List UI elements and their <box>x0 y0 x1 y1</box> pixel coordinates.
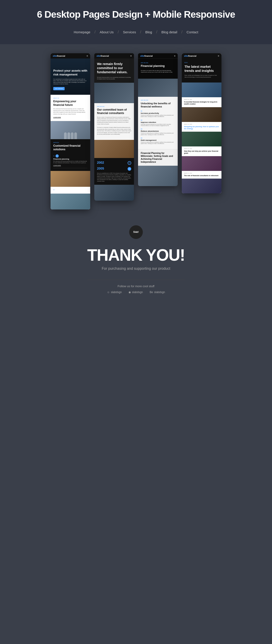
social-prefix-3: Be <box>150 290 153 294</box>
screen4-blog3-date: MARCH 16, 2022 <box>184 148 219 150</box>
screen4-blog3-content: MARCH 16, 2022 How they can help you ach… <box>182 146 222 156</box>
screen4-blog3: MARCH 16, 2022 How they can help you ach… <box>182 132 222 156</box>
screen2-team-section: WHO WE ARE Our committed team of financi… <box>94 103 134 140</box>
screen1-service1-num: 01 − <box>53 154 88 158</box>
screen4-blog1-content: MARCH 20, 2022 5 essential financial str… <box>182 97 222 107</box>
screen4-blog2-date: MARCH 18, 2022 <box>184 124 219 125</box>
screen3-benefits-label: WHO WE ARE <box>141 100 175 101</box>
screen1-menu-icon[interactable]: ≡ <box>86 55 88 57</box>
screen3-hero-text: Our team is on hand to find out about yo… <box>141 70 175 73</box>
nav-blog-detail[interactable]: Blog detail <box>157 29 181 35</box>
social-icon-1: ☺ <box>107 290 110 294</box>
screen1-service1-text: We understand that financial planning ca… <box>53 161 88 164</box>
screen3-menu-icon[interactable]: ≡ <box>174 55 176 57</box>
screen3-benefit3-title: Reduce absenteeism <box>141 130 175 132</box>
screen3-benefit3-text: Finances are distracting your employees,… <box>141 132 175 136</box>
social-link-1[interactable]: ☺ slabdsgn <box>107 290 122 294</box>
social-link-2[interactable]: ◉ slabdsgn <box>128 290 143 294</box>
nav-homepage[interactable]: Homepage <box>70 29 94 35</box>
slab-logo-text: Slab! <box>133 231 139 233</box>
screen1-services-title: Customized financial solutions <box>53 144 88 151</box>
screen-services: elitefinancial ≡ WHO WE ARE Financial pl… <box>138 53 178 186</box>
screen4-blog2: MARCH 18, 2022 Navigating tax planning: … <box>182 107 222 132</box>
screen1-learn-more[interactable]: LEARN MORE <box>53 117 88 118</box>
screen2-footer-image <box>94 185 134 200</box>
thank-you-subtitle: For purchasing and supporting our produc… <box>87 266 185 271</box>
screen4-blog5-image <box>182 178 222 193</box>
screen3-hero-image <box>138 79 178 97</box>
screen4-blog4-image <box>182 156 222 171</box>
screen2-team-image <box>94 140 134 158</box>
screen1-service1-learn[interactable]: LEARN MORE <box>53 165 88 166</box>
screen4-logo: elitefinancial <box>184 55 196 57</box>
screen1-about-section: ABOUT US Empowering your financial futur… <box>50 95 90 121</box>
screen1-topbar: elitefinancial ≡ <box>50 53 90 58</box>
screen2-year2-btn[interactable]: − <box>128 167 131 171</box>
screen1-service1-toggle[interactable]: − <box>56 154 59 158</box>
screen2-team-text1: We are a team of experienced financial c… <box>97 116 131 125</box>
slab-logo: Slab! <box>129 225 143 239</box>
screen4-blog1-image <box>182 82 222 97</box>
screen4-blog4-content: MARCH 14, 2022 The role of financial con… <box>182 171 222 178</box>
nav-contact[interactable]: Contact <box>182 29 202 35</box>
screen4-blog2-image <box>182 107 222 122</box>
screen3-benefit2-num: 02 <box>141 120 175 121</box>
screen1-services-section: SERVICES Customized financial solutions … <box>50 139 90 171</box>
screen-blog: elitefinancial ≡ BLOG The latest market … <box>182 53 222 193</box>
screen2-year-text: Since its establishment in 2002, the com… <box>97 172 131 182</box>
screen4-hero-label: BLOG <box>184 62 219 63</box>
screen3-benefit4-text: Finances are distracting your employees,… <box>141 142 175 144</box>
screen4-blog4-title: The role of financial consultants in ret… <box>184 174 219 176</box>
screen1-hero-title: Protect your assets with risk management <box>53 69 88 76</box>
person2 <box>67 132 70 139</box>
screen1-cta-button[interactable]: GET STARTED <box>53 87 64 90</box>
screen2-menu-icon[interactable]: ≡ <box>130 55 132 57</box>
screen2-year2: 2005 <box>97 166 104 170</box>
screen3-benefit3-num: 03 <box>141 128 175 130</box>
screen1-about-title: Empowering your financial future <box>53 100 88 107</box>
social-label-1: slabdsgn <box>111 290 122 294</box>
screen1-service1-name: Financial planning <box>53 158 88 160</box>
screen4-blog2-content: MARCH 18, 2022 Navigating tax planning: … <box>182 122 222 132</box>
screen4-blog4-date: MARCH 14, 2022 <box>184 173 219 174</box>
mockup-row: elitefinancial ≡ Protect your assets wit… <box>50 53 222 210</box>
nav-services[interactable]: Services <box>119 29 140 35</box>
screen1-services-label: SERVICES <box>53 142 88 143</box>
screen3-benefits-section: WHO WE ARE Unlocking the benefits of fin… <box>138 97 178 149</box>
screen4-blog2-title[interactable]: Navigating tax planning: How to optimize… <box>184 126 219 130</box>
nav-blog[interactable]: Blog <box>141 29 156 35</box>
screen3-hero: WHO WE ARE Financial planning Our team i… <box>138 59 178 79</box>
screen3-hero-label: WHO WE ARE <box>141 62 175 64</box>
screen1-meeting-image <box>50 194 90 210</box>
screen2-year1-btn[interactable]: + <box>128 161 131 165</box>
screen4-topbar: elitefinancial ≡ <box>182 53 222 58</box>
screen3-benefit4: 04 Debt management Finances are distract… <box>141 137 175 144</box>
screen4-blog3-image <box>182 132 222 146</box>
screen2-hero-text: We take immense pride in our unwavering … <box>97 76 131 80</box>
screen4-hero-text: News, articles and whitepapers from our … <box>184 74 219 78</box>
screen3-featured-image <box>138 166 178 186</box>
social-link-3[interactable]: Be slabdsgn <box>150 290 165 294</box>
screen4-hero: BLOG The latest market trends and insigh… <box>182 58 222 82</box>
social-links: ☺ slabdsgn ◉ slabdsgn Be slabdsgn <box>87 290 185 294</box>
screen1-office-image <box>50 171 90 187</box>
screen3-benefit1: 01 Increase productivity Finances are di… <box>141 110 175 118</box>
screen2-year2-row: 2005 − <box>97 166 131 171</box>
screen4-blog1: MARCH 20, 2022 5 essential financial str… <box>182 82 222 107</box>
screen4-blog3-title: How they can help you achieve your finan… <box>184 150 219 154</box>
screen2-hero-title: We remain firmly committed to our fundam… <box>97 62 131 74</box>
nav-about[interactable]: About Us <box>96 29 118 35</box>
people-illustration <box>64 132 77 139</box>
screen2-hero: We remain firmly committed to our fundam… <box>94 58 134 83</box>
follow-section: Follow us for more cool stuff ☺ slabdsgn… <box>87 280 185 294</box>
screen4-hero-title: The latest market trends and insights <box>184 64 219 73</box>
screen3-benefit3: 03 Reduce absenteeism Finances are distr… <box>141 128 175 136</box>
screen2-logo: elitefinancial <box>96 55 109 57</box>
screen4-blog1-title: 5 essential financial strategies for lon… <box>184 101 219 105</box>
person4 <box>74 132 77 139</box>
screen2-topbar: elitefinancial ≡ <box>94 53 134 58</box>
page-header: 6 Desktop Pages Design + Mobile Responsi… <box>0 0 272 44</box>
page-title: 6 Desktop Pages Design + Mobile Responsi… <box>14 9 258 20</box>
screen4-menu-icon[interactable]: ≡ <box>218 55 219 57</box>
screen2-year1-row: 2002 + <box>97 161 131 165</box>
